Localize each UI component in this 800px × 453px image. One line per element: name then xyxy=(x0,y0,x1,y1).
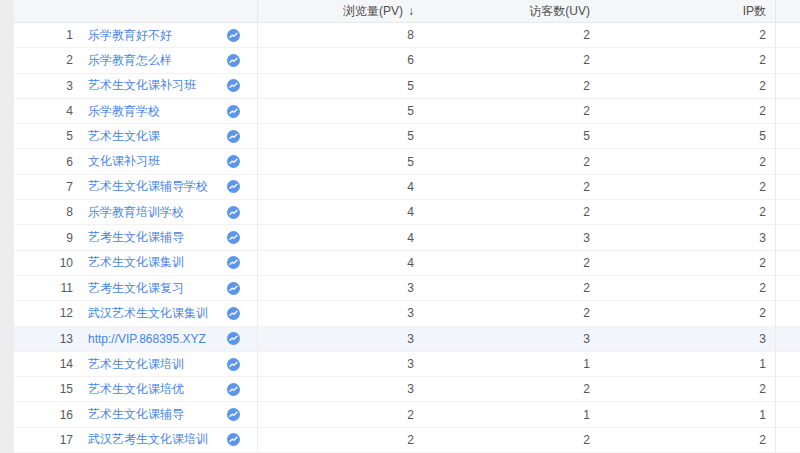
trend-icon[interactable] xyxy=(227,105,240,118)
keyword-link[interactable]: 艺考生文化课辅导 xyxy=(88,230,184,244)
ip-value: 1 xyxy=(590,357,766,371)
keyword-link[interactable]: 艺考生文化课复习 xyxy=(88,281,184,295)
keyword-link[interactable]: 艺术生文化课集训 xyxy=(88,255,184,269)
table-row: 12 武汉艺术生文化课集训 3 2 2 xyxy=(14,301,800,326)
trend-icon[interactable] xyxy=(227,130,240,143)
row-spacer xyxy=(766,276,776,300)
trend-icon[interactable] xyxy=(227,54,240,67)
keyword-link[interactable]: 武汉艺术生文化课集训 xyxy=(88,306,208,320)
table-row: 4 乐学教育学校 5 2 2 xyxy=(14,99,800,124)
uv-value: 2 xyxy=(414,104,590,118)
row-spacer xyxy=(766,225,776,249)
row-spacer xyxy=(766,23,776,47)
row-rank: 12 xyxy=(14,306,74,320)
row-extra-col xyxy=(776,251,800,275)
table-row: 13 http://VIP.868395.XYZ 3 3 3 xyxy=(14,327,800,352)
pv-value: 5 xyxy=(258,104,414,118)
trend-icon[interactable] xyxy=(227,29,240,42)
keyword-link[interactable]: 艺术生文化课 xyxy=(88,129,160,143)
uv-value: 2 xyxy=(414,180,590,194)
keyword-link[interactable]: http://VIP.868395.XYZ xyxy=(88,332,206,346)
table-row: 10 艺术生文化课集训 4 2 2 xyxy=(14,251,800,276)
pv-value: 3 xyxy=(258,382,414,396)
row-rank: 9 xyxy=(14,231,74,245)
table-row: 1 乐学教育好不好 8 2 2 xyxy=(14,23,800,48)
row-extra-col xyxy=(776,23,800,47)
trend-icon[interactable] xyxy=(227,206,240,219)
trend-icon[interactable] xyxy=(227,358,240,371)
row-rank: 8 xyxy=(14,205,74,219)
row-spacer xyxy=(766,175,776,199)
trend-icon[interactable] xyxy=(227,383,240,396)
row-spacer xyxy=(766,48,776,72)
table-row: 2 乐学教育怎么样 6 2 2 xyxy=(14,48,800,73)
uv-value: 1 xyxy=(414,408,590,422)
keyword-link[interactable]: 艺术生文化课补习班 xyxy=(88,78,196,92)
pv-value: 2 xyxy=(258,433,414,447)
trend-icon[interactable] xyxy=(227,79,240,92)
header-keyword xyxy=(74,0,210,22)
trend-icon[interactable] xyxy=(227,307,240,320)
uv-value: 2 xyxy=(414,382,590,396)
row-spacer xyxy=(766,200,776,224)
table-row: 16 艺术生文化课辅导 2 1 1 xyxy=(14,402,800,427)
row-extra-col xyxy=(776,200,800,224)
pv-value: 3 xyxy=(258,281,414,295)
row-spacer xyxy=(766,377,776,401)
header-uv[interactable]: 访客数(UV) xyxy=(414,0,590,22)
row-spacer xyxy=(766,99,776,123)
pv-value: 6 xyxy=(258,53,414,67)
pv-value: 5 xyxy=(258,79,414,93)
row-rank: 1 xyxy=(14,28,74,42)
keyword-link[interactable]: 武汉艺考生文化课培训 xyxy=(88,432,208,446)
row-extra-col xyxy=(776,225,800,249)
keyword-link[interactable]: 艺术生文化课辅导学校 xyxy=(88,179,208,193)
keyword-link[interactable]: 乐学教育学校 xyxy=(88,104,160,118)
uv-value: 2 xyxy=(414,306,590,320)
row-rank: 15 xyxy=(14,382,74,396)
uv-value: 2 xyxy=(414,433,590,447)
keyword-link[interactable]: 艺术生文化课辅导 xyxy=(88,407,184,421)
row-spacer xyxy=(766,301,776,325)
keyword-link[interactable]: 艺术生文化课培优 xyxy=(88,382,184,396)
row-rank: 16 xyxy=(14,408,74,422)
row-rank: 14 xyxy=(14,357,74,371)
pv-value: 3 xyxy=(258,357,414,371)
trend-icon[interactable] xyxy=(227,433,240,446)
header-pv[interactable]: 浏览量(PV) ↓ xyxy=(258,0,414,22)
keyword-link[interactable]: 乐学教育好不好 xyxy=(88,28,172,42)
keywords-table: 浏览量(PV) ↓ 访客数(UV) IP数 1 乐学教育好不好 8 2 2 xyxy=(14,0,800,453)
ip-value: 2 xyxy=(590,155,766,169)
keyword-link[interactable]: 文化课补习班 xyxy=(88,154,160,168)
trend-icon[interactable] xyxy=(227,180,240,193)
keyword-link[interactable]: 乐学教育怎么样 xyxy=(88,53,172,67)
trend-icon[interactable] xyxy=(227,282,240,295)
trend-icon[interactable] xyxy=(227,231,240,244)
row-extra-col xyxy=(776,149,800,173)
trend-icon[interactable] xyxy=(227,332,240,345)
trend-icon[interactable] xyxy=(227,256,240,269)
row-spacer xyxy=(766,327,776,351)
pv-value: 4 xyxy=(258,256,414,270)
pv-value: 4 xyxy=(258,180,414,194)
pv-value: 4 xyxy=(258,231,414,245)
keyword-link[interactable]: 乐学教育培训学校 xyxy=(88,205,184,219)
row-extra-col xyxy=(776,175,800,199)
row-extra-col xyxy=(776,402,800,426)
keyword-link[interactable]: 艺术生文化课培训 xyxy=(88,357,184,371)
header-spacer xyxy=(766,0,776,22)
header-ip[interactable]: IP数 xyxy=(590,0,766,22)
ip-value: 2 xyxy=(590,180,766,194)
uv-value: 2 xyxy=(414,53,590,67)
ip-value: 2 xyxy=(590,306,766,320)
trend-icon[interactable] xyxy=(227,155,240,168)
pv-value: 8 xyxy=(258,28,414,42)
uv-value: 3 xyxy=(414,332,590,346)
ip-value: 2 xyxy=(590,281,766,295)
ip-value: 2 xyxy=(590,79,766,93)
uv-value: 5 xyxy=(414,129,590,143)
table-header-row: 浏览量(PV) ↓ 访客数(UV) IP数 xyxy=(14,0,800,23)
trend-icon[interactable] xyxy=(227,408,240,421)
row-rank: 7 xyxy=(14,180,74,194)
row-spacer xyxy=(766,149,776,173)
